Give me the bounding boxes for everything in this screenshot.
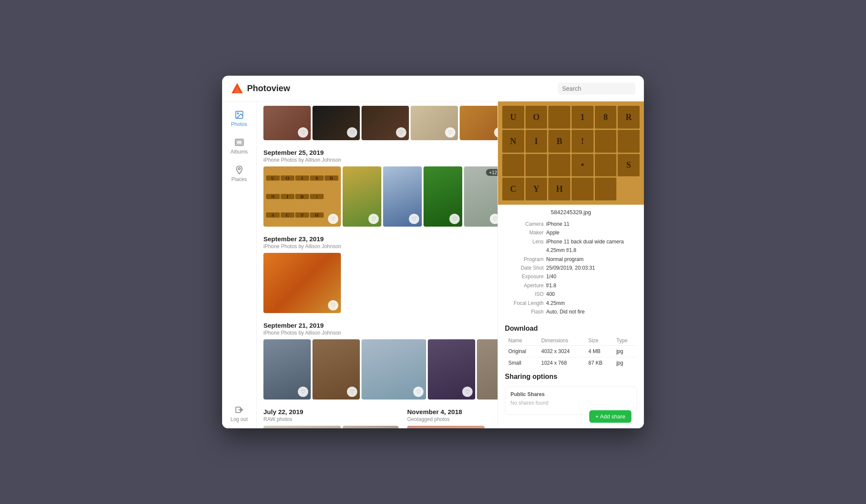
meta-row-exposure: Exposure 1/40 xyxy=(505,272,637,281)
favorite-button[interactable]: ♡ xyxy=(328,300,338,310)
favorite-button[interactable]: ♡ xyxy=(413,387,424,397)
list-item[interactable]: ♡ xyxy=(263,253,341,313)
favorite-button[interactable]: ♡ xyxy=(490,214,498,224)
dl-name: Small xyxy=(505,357,538,369)
meta-value: Normal program xyxy=(546,255,584,264)
main-layout: Photos Albums Places xyxy=(222,101,644,428)
favorite-button[interactable]: ♡ xyxy=(298,387,308,397)
favorite-button[interactable]: ♡ xyxy=(396,127,406,138)
dl-type: jpg xyxy=(613,346,637,357)
dl-type: jpg xyxy=(613,357,637,369)
table-row[interactable]: ♡ xyxy=(460,106,498,140)
table-row[interactable]: ♡ xyxy=(263,106,311,140)
download-row-small[interactable]: Small 1024 x 768 87 KB jpg xyxy=(505,357,637,369)
table-row[interactable]: ♡ xyxy=(362,106,409,140)
public-shares-label: Public Shares xyxy=(510,391,631,397)
meta-value: Auto, Did not fire xyxy=(546,307,585,316)
meta-label: Date Shot xyxy=(505,264,544,272)
albums-icon xyxy=(235,138,244,147)
dl-name: Original xyxy=(505,346,538,357)
meta-row-camera: Camera iPhone 11 xyxy=(505,220,637,228)
detail-image: U O 1 8 R N I B ! • S xyxy=(498,101,644,205)
list-item[interactable]: ♡ xyxy=(312,339,360,400)
meta-row-maker: Maker Apple xyxy=(505,228,637,237)
list-item[interactable]: ♡ xyxy=(263,426,341,428)
meta-row-aperture: Aperture f/1.8 xyxy=(505,281,637,290)
list-item[interactable]: ♡ xyxy=(362,339,426,400)
photo-row-sep21: ♡ ♡ ♡ ♡ ♡ xyxy=(263,339,491,400)
list-item[interactable]: ♡ xyxy=(477,339,498,400)
sidebar-photos-label: Photos xyxy=(231,121,247,127)
sidebar-item-logout[interactable]: Log out xyxy=(224,401,254,427)
section-sep21: September 21, 2019 iPhone Photos by Alli… xyxy=(263,322,491,400)
sidebar-item-albums[interactable]: Albums xyxy=(224,133,254,159)
album-subtitle: iPhone Photos by Allison Johnson xyxy=(263,157,491,163)
meta-value: 25/09/2019, 20:03:31 xyxy=(546,264,595,272)
meta-label: Program xyxy=(505,255,544,264)
meta-value: 1/40 xyxy=(546,272,556,281)
favorite-button[interactable]: ♡ xyxy=(462,387,473,397)
list-item[interactable]: ♡ xyxy=(428,339,475,400)
date-heading: September 23, 2019 xyxy=(263,235,491,243)
table-row[interactable]: ♡ xyxy=(411,106,458,140)
logo-icon xyxy=(231,82,244,95)
meta-section: Camera iPhone 11 Maker Apple Lens iPhone… xyxy=(498,218,644,320)
download-table: Name Dimensions Size Type Original 4032 … xyxy=(505,336,637,369)
table-row[interactable]: ♡ xyxy=(312,106,360,140)
meta-value: f/1.8 xyxy=(546,281,556,290)
meta-row-program: Program Normal program xyxy=(505,255,637,264)
svg-point-6 xyxy=(238,168,240,170)
list-item[interactable]: ♡ xyxy=(424,166,462,227)
sharing-section: Public Shares No shares found + Add shar… xyxy=(498,384,644,418)
places-icon xyxy=(235,165,244,175)
svg-rect-5 xyxy=(236,140,242,144)
sidebar-item-places[interactable]: Places xyxy=(224,161,254,187)
favorite-button[interactable]: ♡ xyxy=(328,214,338,224)
favorite-button[interactable]: ♡ xyxy=(449,214,460,224)
svg-point-3 xyxy=(237,113,238,114)
favorite-button[interactable]: ♡ xyxy=(347,127,357,138)
app-window: Photoview Photos Albums xyxy=(222,76,644,428)
date-heading: September 21, 2019 xyxy=(263,322,491,329)
add-share-button[interactable]: + Add share xyxy=(589,410,631,423)
meta-value: iPhone 11 xyxy=(546,220,569,228)
detail-filename: 5842245329.jpg xyxy=(498,205,644,218)
section-sep25: September 25, 2019 iPhone Photos by Alli… xyxy=(263,149,491,227)
favorite-button[interactable]: ♡ xyxy=(445,127,455,138)
list-item[interactable]: ♡ xyxy=(263,339,311,400)
album-subtitle: iPhone Photos by Allison Johnson xyxy=(263,330,491,336)
sidebar: Photos Albums Places xyxy=(222,101,257,428)
meta-row-flash: Flash Auto, Did not fire xyxy=(505,307,637,316)
album-subtitle: RAW photos xyxy=(263,416,399,422)
meta-value: 4.25mm xyxy=(546,299,565,307)
date-heading: November 4, 2018 xyxy=(407,408,491,415)
meta-label: Flash xyxy=(505,307,544,316)
photo-row-jul22: ♡ xyxy=(263,426,399,428)
list-item[interactable] xyxy=(343,426,399,428)
meta-row-iso: ISO 400 xyxy=(505,290,637,298)
meta-label: Exposure xyxy=(505,272,544,281)
content-area[interactable]: ♡ ♡ ♡ ♡ ♡ xyxy=(257,101,498,428)
list-item[interactable]: U O 1 8 R N I B ! S C Y xyxy=(263,166,341,227)
search-input[interactable] xyxy=(558,83,635,95)
sidebar-logout-label: Log out xyxy=(230,416,247,422)
app-title: Photoview xyxy=(247,83,290,93)
dl-dimensions: 1024 x 768 xyxy=(538,357,585,369)
photo-row-nov18 xyxy=(407,426,491,428)
photos-icon xyxy=(235,110,244,120)
favorite-button[interactable]: ♡ xyxy=(368,214,379,224)
favorite-button[interactable]: ♡ xyxy=(347,387,357,397)
album-subtitle: Geotagged photos xyxy=(407,416,491,422)
photo-row-sep25: U O 1 8 R N I B ! S C Y xyxy=(263,166,491,227)
favorite-button[interactable]: ♡ xyxy=(409,214,419,224)
dl-size: 4 MB xyxy=(585,346,613,357)
list-item[interactable]: ♡ xyxy=(343,166,381,227)
sidebar-item-photos[interactable]: Photos xyxy=(224,106,254,132)
list-item[interactable]: ♡ xyxy=(383,166,422,227)
download-heading: Download xyxy=(498,320,644,336)
download-row-original[interactable]: Original 4032 x 3024 4 MB jpg xyxy=(505,346,637,357)
list-item[interactable] xyxy=(407,426,485,428)
list-item[interactable]: +12 ♡ xyxy=(464,166,498,227)
top-partial-section: ♡ ♡ ♡ ♡ ♡ xyxy=(263,106,491,140)
favorite-button[interactable]: ♡ xyxy=(298,127,308,138)
